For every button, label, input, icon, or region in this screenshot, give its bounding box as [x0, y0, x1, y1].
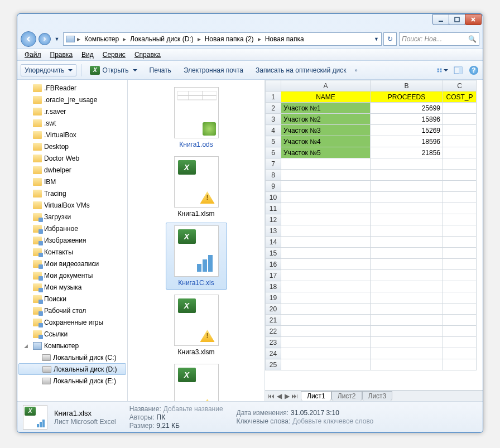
row-header[interactable]: 5 [266, 136, 281, 147]
cell[interactable] [371, 359, 443, 370]
sheet-tab[interactable]: Лист2 [331, 391, 362, 401]
details-keywords-field[interactable]: Добавьте ключевое слово [292, 417, 373, 425]
breadcrumb-seg[interactable]: Новая папка [263, 35, 306, 44]
cell[interactable] [281, 192, 371, 203]
row-header[interactable]: 23 [266, 337, 281, 348]
row-header[interactable]: 8 [266, 170, 281, 181]
row-header[interactable]: 13 [266, 225, 281, 237]
cell[interactable] [443, 125, 477, 136]
cell[interactable] [281, 259, 371, 270]
cell[interactable] [371, 304, 443, 315]
cell[interactable] [371, 170, 443, 181]
sheet-tab[interactable]: Лист3 [362, 391, 393, 401]
history-dropdown[interactable]: ▼ [53, 33, 61, 45]
row-header[interactable]: 6 [266, 147, 281, 158]
cell[interactable]: COST_P [443, 91, 477, 103]
cell[interactable]: Участок №4 [281, 136, 371, 147]
column-header[interactable]: B [371, 80, 443, 91]
help-button[interactable]: ? [468, 65, 479, 75]
tree-item[interactable]: .swt [17, 117, 127, 129]
file-list[interactable]: Книга1.odsX!Книга1.xlsmXКнига1C.xlsX!Кни… [128, 80, 265, 401]
row-header[interactable]: 4 [266, 125, 281, 136]
row-header[interactable]: 24 [266, 348, 281, 359]
email-button[interactable]: Электронная почта [180, 64, 247, 76]
tree-item[interactable]: Локальный диск (E:) [17, 375, 127, 387]
tree-item[interactable]: Локальный диск (D:) [18, 363, 126, 375]
row-header[interactable]: 10 [266, 192, 281, 203]
cell[interactable] [443, 203, 477, 214]
tree-item[interactable]: Избранное [17, 223, 127, 234]
cell[interactable] [281, 225, 371, 237]
cell[interactable] [443, 214, 477, 225]
sheet-tab[interactable]: Лист1 [301, 391, 331, 401]
row-header[interactable]: 15 [266, 248, 281, 259]
refresh-button[interactable]: ↻ [383, 32, 397, 46]
file-item[interactable]: X! [166, 361, 227, 401]
maximize-button[interactable] [449, 14, 465, 25]
cell[interactable] [281, 237, 371, 248]
cell[interactable] [443, 158, 477, 170]
tree-item[interactable]: Контакты [17, 246, 127, 258]
cell[interactable] [443, 114, 477, 125]
cell[interactable] [443, 259, 477, 270]
cell[interactable] [443, 326, 477, 337]
cell[interactable] [443, 359, 477, 370]
row-header[interactable]: 17 [266, 270, 281, 281]
tree-item[interactable]: Сохраненные игры [17, 316, 127, 328]
cell[interactable] [443, 337, 477, 348]
sheet-nav-last[interactable]: ⏭ [291, 392, 299, 400]
cell[interactable] [281, 181, 371, 192]
cell[interactable]: 15896 [371, 114, 443, 125]
tree-item[interactable]: Рабочий стол [17, 305, 127, 316]
cell[interactable]: 18596 [371, 136, 443, 147]
cell[interactable]: 15269 [371, 125, 443, 136]
row-header[interactable]: 25 [266, 359, 281, 370]
row-header[interactable]: 3 [266, 114, 281, 125]
menu-file[interactable]: Файл [21, 50, 45, 60]
expand-icon[interactable]: ◢ [24, 343, 28, 349]
row-header[interactable]: 9 [266, 181, 281, 192]
row-header[interactable]: 20 [266, 304, 281, 315]
cell[interactable] [281, 348, 371, 359]
cell[interactable]: Участок №1 [281, 103, 371, 114]
cell[interactable] [281, 315, 371, 326]
breadcrumb-seg[interactable]: Локальный диск (D:) [128, 35, 195, 44]
cell[interactable] [281, 337, 371, 348]
cell[interactable] [443, 192, 477, 203]
row-header[interactable]: 12 [266, 214, 281, 225]
tree-item[interactable]: dwhelper [17, 164, 127, 176]
tree-item[interactable]: .oracle_jre_usage [17, 94, 127, 105]
cell[interactable] [443, 103, 477, 114]
cell[interactable]: Участок №5 [281, 147, 371, 158]
tree-item[interactable]: Моя музыка [17, 281, 127, 293]
tree-item[interactable]: Ссылки [17, 328, 127, 340]
cell[interactable] [371, 281, 443, 292]
file-item[interactable]: X!Книга3.xlsm [166, 292, 227, 359]
tree-item[interactable]: VirtualBox VMs [17, 199, 127, 211]
breadcrumb-seg[interactable]: Компьютер [83, 35, 121, 44]
cell[interactable] [281, 281, 371, 292]
tree-item[interactable]: Изображения [17, 234, 127, 246]
file-item[interactable]: X!Книга1.xlsm [166, 153, 227, 220]
cell[interactable] [443, 248, 477, 259]
sheet-nav-next[interactable]: ▶ [283, 392, 291, 400]
row-header[interactable]: 19 [266, 292, 281, 304]
cell[interactable] [443, 281, 477, 292]
cell[interactable] [443, 292, 477, 304]
cell[interactable] [281, 214, 371, 225]
file-item[interactable]: XКнига1C.xls [166, 223, 227, 290]
row-header[interactable]: 7 [266, 158, 281, 170]
tree-item[interactable]: .VirtualBox [17, 129, 127, 141]
organize-button[interactable]: Упорядочить [21, 64, 76, 76]
row-header[interactable]: 22 [266, 326, 281, 337]
cell[interactable] [371, 259, 443, 270]
cell[interactable] [281, 359, 371, 370]
cell[interactable] [371, 337, 443, 348]
details-authors[interactable]: ПК [157, 413, 166, 421]
open-button[interactable]: X Открыть [86, 64, 141, 77]
tree-item[interactable]: Doctor Web [17, 152, 127, 164]
cell[interactable] [443, 237, 477, 248]
cell[interactable] [443, 147, 477, 158]
cell[interactable]: 25699 [371, 103, 443, 114]
tree-item[interactable]: Мои документы [17, 269, 127, 281]
